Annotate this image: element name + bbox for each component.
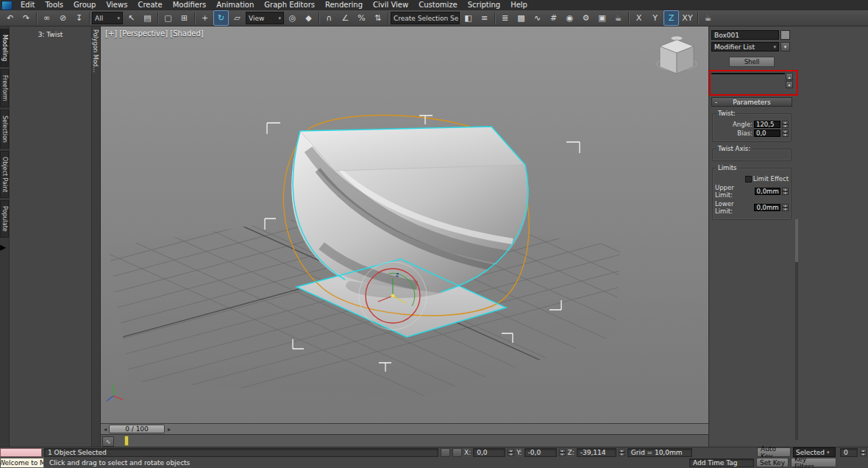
polygon-modeling-strip[interactable]: Polygon Mod...	[92, 26, 101, 447]
bind-to-space-warp-button[interactable]: ↧	[71, 10, 87, 26]
isolate-selection-toggle[interactable]	[441, 448, 450, 457]
z-coord-field[interactable]: -39,114	[577, 448, 616, 457]
menu-item-animation[interactable]: Animation	[211, 0, 259, 10]
snap-toggle-button[interactable]: ∩	[321, 10, 337, 26]
select-object-button[interactable]: ↖	[124, 10, 139, 26]
modifier-list-dropdown-button[interactable]: ▾	[780, 42, 790, 52]
menu-item-tools[interactable]: Tools	[40, 0, 68, 10]
bias-spinner[interactable]: ▴ ▾	[782, 130, 789, 137]
percent-snap-toggle-button[interactable]: %	[354, 10, 369, 26]
limit-effect-checkbox[interactable]	[745, 176, 752, 182]
side-tabs-expander-icon[interactable]: ▸	[0, 240, 9, 254]
viewcube[interactable]	[651, 34, 702, 79]
time-slider-right-arrow[interactable]: ▸	[166, 425, 173, 433]
menu-item-civil-view[interactable]: Civil View	[368, 0, 413, 10]
use-center-flyout-button[interactable]: ◎	[285, 10, 300, 26]
spinner-down-icon[interactable]: ▾	[782, 208, 789, 211]
schematic-view-button[interactable]: #	[546, 10, 561, 26]
z-coord-spinner[interactable]: ▴ ▾	[619, 449, 625, 456]
spinner-down-icon[interactable]: ▾	[782, 191, 789, 195]
angle-spinner[interactable]: ▴ ▾	[782, 121, 789, 128]
current-frame-field[interactable]: 0	[840, 448, 858, 457]
render-iterative-button[interactable]: ☕	[700, 10, 716, 26]
menu-item-graph-editors[interactable]: Graph Editors	[259, 0, 320, 10]
spinner-down-icon[interactable]: ▾	[619, 453, 625, 456]
maxscript-mini-listener[interactable]	[0, 448, 42, 457]
upper-limit-spinner[interactable]: ▴ ▾	[782, 188, 789, 195]
modifier-stack[interactable]	[711, 73, 785, 74]
spinner-down-icon[interactable]: ▾	[860, 453, 867, 456]
upper-limit-field[interactable]: 0,0mm	[755, 188, 781, 195]
sidebar-tab-object-paint[interactable]: Object Paint	[0, 151, 9, 198]
sidebar-tab-populate[interactable]: Populate	[0, 200, 9, 238]
time-slider-handle[interactable]: 0 / 100	[109, 425, 165, 433]
select-and-scale-button[interactable]: ▱	[230, 10, 245, 26]
material-editor-button[interactable]: ◉	[562, 10, 577, 26]
unlink-selection-button[interactable]: ⊘	[55, 10, 71, 26]
redo-button[interactable]: ↷	[18, 10, 34, 26]
stack-scroll-up-icon[interactable]: ▴	[786, 73, 793, 80]
object-color-swatch[interactable]	[780, 30, 790, 40]
menu-item-edit[interactable]: Edit	[15, 0, 40, 10]
lower-limit-spinner[interactable]: ▴ ▾	[782, 204, 789, 211]
rectangular-selection-region-button[interactable]: ▢	[160, 10, 176, 26]
time-slider-left-arrow[interactable]: ◂	[102, 425, 109, 433]
track-bar[interactable]: ∿	[101, 434, 708, 447]
viewport-label[interactable]: [+] [Perspective] [Shaded]	[105, 29, 204, 38]
menu-item-views[interactable]: Views	[101, 0, 132, 10]
menu-item-group[interactable]: Group	[68, 0, 101, 10]
reference-coordinate-combo[interactable]: View▾	[246, 12, 284, 24]
sidebar-tab-modeling[interactable]: Modeling	[0, 29, 9, 67]
undo-button[interactable]: ↶	[2, 10, 18, 26]
parameters-rollout-header[interactable]: - Parameters	[711, 97, 792, 107]
axis-constraint-xy-button[interactable]: XY	[680, 10, 695, 26]
bias-field[interactable]: 0,0	[754, 130, 780, 137]
menu-item-customize[interactable]: Customize	[413, 0, 463, 10]
mini-curve-editor-button[interactable]: ∿	[102, 436, 114, 447]
curve-editor-button[interactable]: ∿	[530, 10, 545, 26]
current-time-marker[interactable]	[124, 436, 129, 446]
spinner-down-icon[interactable]: ▾	[782, 124, 789, 128]
menu-item-create[interactable]: Create	[132, 0, 167, 10]
modifier-button-shell[interactable]: Shell	[729, 57, 775, 67]
sidebar-tab-freeform[interactable]: Freeform	[0, 69, 9, 107]
panel-scrollbar[interactable]	[795, 219, 798, 440]
object-name-combo[interactable]: Box001	[711, 30, 779, 40]
stack-scroll-down-icon[interactable]: ▾	[786, 81, 793, 88]
menu-item-rendering[interactable]: Rendering	[320, 0, 368, 10]
selection-lock-toggle[interactable]	[452, 448, 462, 457]
menu-item-scripting[interactable]: Scripting	[463, 0, 505, 10]
key-filters-button[interactable]: Key Filters...	[791, 458, 836, 467]
named-selection-sets-combo[interactable]: Create Selection Se▾	[391, 12, 460, 24]
angle-snap-toggle-button[interactable]: ∠	[338, 10, 353, 26]
select-and-manipulate-button[interactable]: ◆	[301, 10, 316, 26]
add-time-tag-field[interactable]: Add Time Tag	[689, 458, 754, 467]
perspective-viewport[interactable]: z [+] [Perspective] [Shaded]	[101, 26, 708, 423]
angle-field[interactable]: 120,5	[754, 121, 780, 128]
auto-key-button[interactable]: Auto Key	[757, 447, 791, 457]
graphite-ribbon-toggle-button[interactable]: ▩	[513, 10, 529, 26]
render-production-button[interactable]: ☕	[611, 10, 626, 26]
menu-item-help[interactable]: Help	[505, 0, 533, 10]
rendered-frame-window-button[interactable]: ▣	[594, 10, 610, 26]
spinner-down-icon[interactable]: ▾	[508, 453, 514, 456]
window-crossing-toggle-button[interactable]: ⊞	[177, 10, 192, 26]
select-by-name-button[interactable]: ▤	[140, 10, 155, 26]
welcome-screen-button[interactable]: Welcome to M	[0, 458, 44, 468]
selection-filter-combo[interactable]: All▾	[92, 12, 123, 24]
axis-constraint-x-button[interactable]: X	[631, 10, 647, 26]
select-and-move-button[interactable]: +	[197, 10, 213, 26]
viewport-canvas[interactable]: z	[101, 26, 708, 423]
mirror-button[interactable]: ◧	[460, 10, 476, 26]
y-coord-spinner[interactable]: ▴ ▾	[559, 449, 566, 456]
subobject-level-label[interactable]: 3: Twist	[10, 29, 91, 39]
y-coord-field[interactable]: -0,0	[524, 448, 557, 457]
spinner-down-icon[interactable]: ▾	[559, 453, 566, 456]
axis-constraint-z-button[interactable]: Z	[664, 10, 679, 26]
frame-spinner[interactable]: ▴ ▾	[860, 449, 867, 456]
spinner-snap-toggle-button[interactable]: ⇅	[370, 10, 385, 26]
align-button[interactable]: ≡	[477, 10, 492, 26]
set-key-button[interactable]: Set Key	[756, 458, 789, 467]
spinner-down-icon[interactable]: ▾	[782, 133, 789, 137]
menu-item-modifiers[interactable]: Modifiers	[168, 0, 212, 10]
